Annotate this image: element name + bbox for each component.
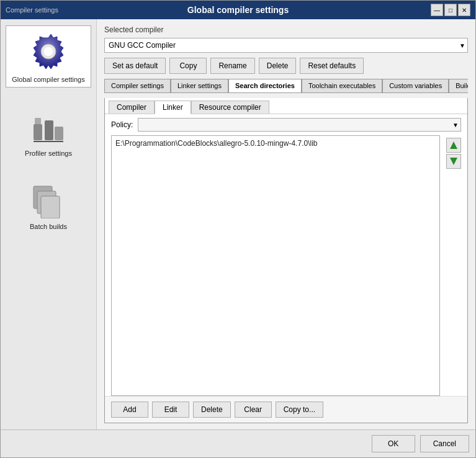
edit-button[interactable]: Edit bbox=[152, 402, 189, 418]
sidebar-item-batch-label: Batch builds bbox=[30, 223, 67, 230]
policy-select-wrapper: ▼ bbox=[138, 118, 461, 132]
svg-marker-10 bbox=[450, 141, 457, 149]
tab-search-directories[interactable]: Search directories bbox=[228, 79, 302, 93]
tab-custom-variables[interactable]: Custom variables bbox=[382, 79, 449, 92]
outer-tabs: Compiler settings Linker settings Search… bbox=[104, 79, 468, 93]
sidebar-item-profiler-label: Profiler settings bbox=[25, 150, 72, 157]
inner-tab-compiler[interactable]: Compiler bbox=[109, 101, 155, 114]
compiler-select[interactable]: GNU GCC Compiler bbox=[104, 38, 468, 53]
move-down-button[interactable] bbox=[446, 154, 461, 169]
title-bar: Compiler settings Global compiler settin… bbox=[1, 1, 475, 19]
list-item[interactable]: E:\Programmation\CodeBlocks\allegro-5.0.… bbox=[114, 138, 437, 148]
svg-rect-5 bbox=[55, 127, 63, 140]
close-button[interactable]: ✕ bbox=[458, 4, 470, 16]
tab-toolchain-executables[interactable]: Toolchain executables bbox=[302, 79, 382, 92]
compiler-select-wrapper: GNU GCC Compiler ▼ bbox=[104, 38, 468, 53]
policy-row: Policy: ▼ bbox=[105, 114, 467, 135]
main-window-title: Global compiler settings bbox=[187, 5, 289, 15]
window-body: Global compiler settings Profiler settin… bbox=[1, 19, 475, 429]
dir-list-area: E:\Programmation\CodeBlocks\allegro-5.0.… bbox=[111, 135, 461, 396]
dir-list[interactable]: E:\Programmation\CodeBlocks\allegro-5.0.… bbox=[111, 135, 440, 396]
title-controls: — □ ✕ bbox=[431, 4, 470, 16]
rename-button[interactable]: Rename bbox=[210, 58, 254, 74]
compiler-select-section: Selected compiler GNU GCC Compiler ▼ bbox=[104, 25, 468, 53]
svg-point-1 bbox=[43, 47, 53, 56]
sidebar-item-profiler[interactable]: Profiler settings bbox=[6, 100, 91, 161]
reset-defaults-button[interactable]: Reset defaults bbox=[300, 58, 364, 74]
scroll-buttons bbox=[446, 138, 461, 169]
ok-button[interactable]: OK bbox=[372, 435, 415, 452]
svg-rect-3 bbox=[35, 118, 41, 124]
sidebar: Global compiler settings Profiler settin… bbox=[1, 19, 97, 429]
maximize-button[interactable]: □ bbox=[444, 4, 457, 16]
directory-action-buttons: Add Edit Delete Clear Copy to... bbox=[105, 396, 467, 423]
window-title: Compiler settings bbox=[6, 6, 58, 14]
compiler-action-buttons: Set as default Copy Rename Delete Reset … bbox=[104, 58, 468, 74]
inner-tabs: Compiler Linker Resource compiler bbox=[105, 98, 467, 114]
title-bar-left: Compiler settings bbox=[6, 6, 58, 14]
tab-compiler-settings[interactable]: Compiler settings bbox=[104, 79, 171, 92]
cancel-button[interactable]: Cancel bbox=[420, 435, 469, 452]
svg-rect-2 bbox=[34, 124, 42, 140]
tab-build[interactable]: Build bbox=[449, 79, 468, 92]
svg-marker-11 bbox=[450, 158, 457, 165]
sidebar-item-batch[interactable]: Batch builds bbox=[6, 173, 91, 234]
delete-compiler-button[interactable]: Delete bbox=[259, 58, 297, 74]
policy-select[interactable] bbox=[138, 118, 461, 132]
clear-button[interactable]: Clear bbox=[235, 402, 272, 418]
selected-compiler-label: Selected compiler bbox=[104, 25, 468, 34]
footer: OK Cancel bbox=[1, 429, 475, 457]
main-content: Selected compiler GNU GCC Compiler ▼ Set… bbox=[97, 19, 475, 429]
inner-tab-resource-compiler[interactable]: Resource compiler bbox=[191, 101, 269, 114]
set-as-default-button[interactable]: Set as default bbox=[104, 58, 166, 74]
add-button[interactable]: Add bbox=[111, 402, 148, 418]
gear-icon bbox=[27, 30, 70, 73]
inner-tab-linker[interactable]: Linker bbox=[155, 101, 191, 114]
move-up-button[interactable] bbox=[446, 138, 461, 153]
copy-button[interactable]: Copy bbox=[169, 58, 207, 74]
profiler-icon bbox=[27, 104, 70, 147]
delete-dir-button[interactable]: Delete bbox=[193, 402, 231, 418]
tab-linker-settings[interactable]: Linker settings bbox=[171, 79, 228, 92]
policy-label: Policy: bbox=[111, 120, 133, 129]
minimize-button[interactable]: — bbox=[431, 4, 443, 16]
svg-rect-9 bbox=[41, 196, 60, 218]
svg-rect-4 bbox=[45, 120, 53, 140]
compiler-settings-window: Compiler settings Global compiler settin… bbox=[0, 0, 476, 458]
batch-icon bbox=[27, 177, 70, 220]
sidebar-item-global-compiler[interactable]: Global compiler settings bbox=[6, 25, 91, 88]
sidebar-item-global-compiler-label: Global compiler settings bbox=[12, 76, 84, 83]
copy-to-button[interactable]: Copy to... bbox=[276, 402, 323, 418]
panel-area: Compiler Linker Resource compiler Policy… bbox=[104, 98, 468, 423]
